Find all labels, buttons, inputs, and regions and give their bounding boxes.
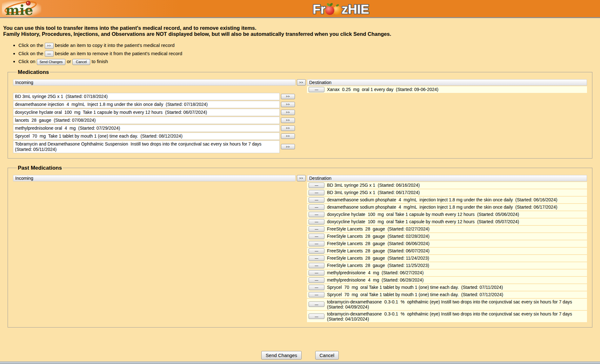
copy-item-button[interactable]: >> xyxy=(281,144,295,149)
destination-medication-row: —tobramycin-dexamethasone 0.3-0.1 % opht… xyxy=(307,299,587,310)
destination-medication-row: —FreeStyle Lancets 28 gauge (Started: 11… xyxy=(307,255,587,262)
medication-text: BD 3mL syringe 25G x 1 (Started: 07/18/2… xyxy=(13,93,280,100)
destination-medication-row: —methylprednisolone 4 mg (Started: 06/28… xyxy=(307,277,587,283)
destination-medication-row: —BD 3mL syringe 25G x 1 (Started: 06/17/… xyxy=(307,189,587,196)
remove-item-button[interactable]: — xyxy=(309,234,324,239)
medication-text: BD 3mL syringe 25G x 1 (Started: 06/17/2… xyxy=(325,190,586,195)
remove-item-button[interactable]: — xyxy=(309,87,324,92)
instruction-copy-prefix: Click on the xyxy=(18,42,43,48)
instruction-copy: Click on the >> beside an item to copy i… xyxy=(18,42,600,49)
remove-item-button[interactable]: — xyxy=(309,302,324,307)
app-title-prefix: Fr xyxy=(313,2,325,16)
remove-item-button[interactable]: — xyxy=(309,241,324,246)
past-medications-destination-header: Destination xyxy=(307,175,587,181)
remove-item-button[interactable]: — xyxy=(309,277,324,283)
destination-medication-row: —dexamethasone sodium phosphate 4 mg/mL … xyxy=(307,204,587,211)
remove-item-button[interactable]: — xyxy=(309,183,324,188)
remove-item-button[interactable]: — xyxy=(309,248,324,254)
past-medications-destination-list: —BD 3mL syringe 25G x 1 (Started: 06/16/… xyxy=(307,182,587,322)
medication-text: doxycycline hyclate 100 mg oral Take 1 c… xyxy=(325,219,586,224)
remove-item-button[interactable]: — xyxy=(309,314,324,319)
destination-medication-row: —doxycycline hyclate 100 mg oral Take 1 … xyxy=(307,211,587,218)
incoming-medication-row: Tobramycin and Dexamethasone Ophthalmic … xyxy=(13,140,296,153)
remove-item-button[interactable]: — xyxy=(309,197,324,203)
medications-destination-header: Destination xyxy=(307,79,587,86)
past-medications-legend: Past Medications xyxy=(17,165,63,171)
copy-item-button[interactable]: >> xyxy=(281,110,295,115)
remove-item-button[interactable]: — xyxy=(309,285,324,290)
destination-medication-row: —FreeStyle Lancets 28 gauge (Started: 06… xyxy=(307,248,587,254)
destination-medication-row: —dexamethasone sodium phosphate 4 mg/mL … xyxy=(307,197,587,203)
remove-item-button[interactable]: — xyxy=(309,292,324,297)
medication-text: FreeStyle Lancets 28 gauge (Started: 11/… xyxy=(325,256,586,261)
destination-medication-row: —methylprednisolone 4 mg (Started: 06/27… xyxy=(307,270,587,276)
instruction-finish-or: or xyxy=(67,59,71,64)
medication-text: dexamethasone injection 4 mg/mL Inject 1… xyxy=(13,101,280,108)
copy-example-button: >> xyxy=(45,43,54,49)
remove-item-button[interactable]: — xyxy=(309,190,324,195)
remove-item-button[interactable]: — xyxy=(309,205,324,210)
medication-text: Sprycel 70 mg oral Take 1 tablet by mout… xyxy=(325,285,586,290)
instruction-finish-suffix: to finish xyxy=(91,59,108,64)
apple-icon xyxy=(325,6,334,15)
cancel-example-button: Cancel xyxy=(72,59,90,65)
destination-medication-row: —FreeStyle Lancets 28 gauge (Started: 11… xyxy=(307,262,587,269)
medications-section: Medications Incoming BD 3mL syringe 25G … xyxy=(8,69,592,159)
app-header: mie FrzHIE xyxy=(0,0,600,18)
remove-item-button[interactable]: — xyxy=(309,270,324,276)
cancel-button[interactable]: Cancel xyxy=(315,351,339,360)
destination-medication-row: —Xanax 0.25 mg oral 1 every day (Started… xyxy=(307,86,587,93)
intro-text: You can use this tool to transfer items … xyxy=(3,25,600,37)
past-medications-transfer-all-button[interactable]: >> xyxy=(297,175,306,181)
send-changes-example-button: Send Changes xyxy=(37,59,66,65)
medication-text: FreeStyle Lancets 28 gauge (Started: 11/… xyxy=(325,263,586,268)
incoming-medication-row: lancets 28 gauge (Started: 07/08/2024)>> xyxy=(13,117,296,124)
destination-medication-row: —Sprycel 70 mg oral Take 1 tablet by mou… xyxy=(307,291,587,298)
medication-text: Xanax 0.25 mg oral 1 every day (Started:… xyxy=(325,87,586,92)
destination-medication-row: —FreeStyle Lancets 28 gauge (Started: 02… xyxy=(307,226,587,232)
medication-text: doxycycline hyclate 100 mg oral Take 1 c… xyxy=(325,212,586,217)
send-changes-button[interactable]: Send Changes xyxy=(261,351,302,360)
copy-item-button[interactable]: >> xyxy=(281,94,295,99)
copy-item-button[interactable]: >> xyxy=(281,133,295,139)
remove-example-button: — xyxy=(45,51,54,57)
instruction-finish: Click on Send Changes or Cancel to finis… xyxy=(18,58,600,65)
incoming-medication-row: doxycycline hyclate oral 100 mg Take 1 c… xyxy=(13,109,296,116)
medications-transfer-all-button[interactable]: >> xyxy=(297,79,306,86)
remove-item-button[interactable]: — xyxy=(309,212,324,217)
copy-item-button[interactable]: >> xyxy=(281,126,295,131)
intro-line-1: You can use this tool to transfer items … xyxy=(3,25,600,31)
destination-medication-row: —doxycycline hyclate 100 mg oral Take 1 … xyxy=(307,218,587,225)
remove-item-button[interactable]: — xyxy=(309,219,324,224)
medication-text: Sprycel 70 mg oral Take 1 tablet by mout… xyxy=(325,292,586,297)
medication-text: BD 3mL syringe 25G x 1 (Started: 06/16/2… xyxy=(325,183,586,188)
medication-text: methylprednisolone oral 4 mg (Started: 0… xyxy=(13,125,280,132)
medication-text: FreeStyle Lancets 28 gauge (Started: 06/… xyxy=(325,248,586,253)
mie-logo: mie xyxy=(2,1,41,17)
instruction-list: Click on the >> beside an item to copy i… xyxy=(18,42,600,65)
medications-incoming-header: Incoming xyxy=(13,79,296,86)
remove-item-button[interactable]: — xyxy=(309,256,324,261)
remove-item-button[interactable]: — xyxy=(309,226,324,232)
medication-text: Sprycel 70 mg Take 1 tablet by mouth 1 (… xyxy=(13,133,280,140)
medications-destination-list: —Xanax 0.25 mg oral 1 every day (Started… xyxy=(307,86,587,93)
incoming-medication-row: methylprednisolone oral 4 mg (Started: 0… xyxy=(13,125,296,132)
intro-line-2: Family History, Procedures, Injections, … xyxy=(3,31,600,37)
medication-text: tobramycin-dexamethasone 0.3-0.1 % ophth… xyxy=(325,311,586,322)
mie-logo-icon: mie xyxy=(3,1,40,17)
incoming-medication-row: dexamethasone injection 4 mg/mL Inject 1… xyxy=(13,101,296,108)
medications-incoming-list: BD 3mL syringe 25G x 1 (Started: 07/18/2… xyxy=(13,93,296,153)
copy-item-button[interactable]: >> xyxy=(281,102,295,107)
app-title-suffix: zHIE xyxy=(342,2,369,16)
medication-text: FreeStyle Lancets 28 gauge (Started: 02/… xyxy=(325,226,586,231)
medication-text: dexamethasone sodium phosphate 4 mg/mL i… xyxy=(325,197,586,202)
medications-legend: Medications xyxy=(17,69,50,75)
destination-medication-row: —BD 3mL syringe 25G x 1 (Started: 06/16/… xyxy=(307,182,587,189)
remove-item-button[interactable]: — xyxy=(309,263,324,268)
destination-medication-row: —tobramycin-dexamethasone 0.3-0.1 % opht… xyxy=(307,311,587,322)
instruction-remove-suffix: beside an item to remove it from the pat… xyxy=(55,51,182,56)
incoming-medication-row: BD 3mL syringe 25G x 1 (Started: 07/18/2… xyxy=(13,93,296,100)
copy-item-button[interactable]: >> xyxy=(281,118,295,123)
medication-text: Tobramycin and Dexamethasone Ophthalmic … xyxy=(13,140,280,153)
medication-text: methylprednisolone 4 mg (Started: 06/28/… xyxy=(325,277,586,283)
